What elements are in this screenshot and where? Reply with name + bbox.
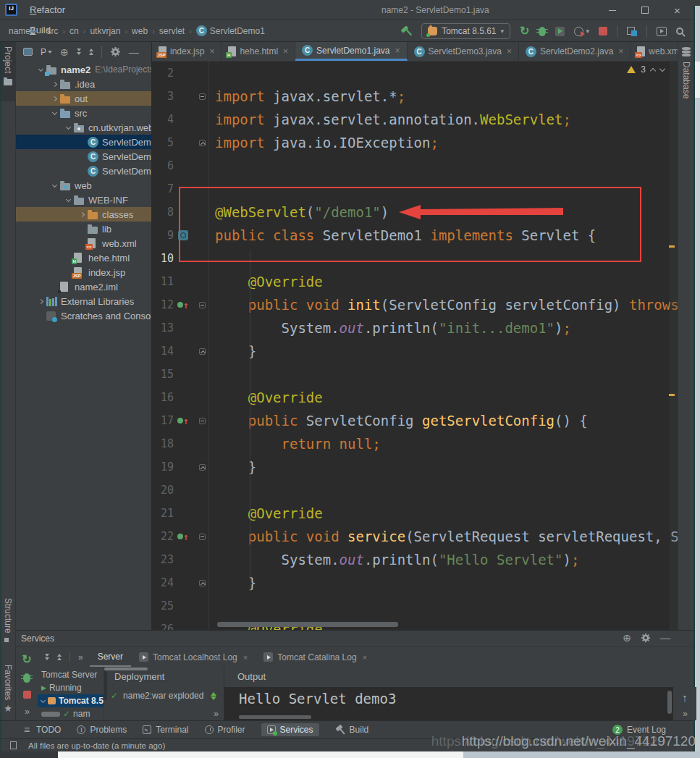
tool-window-stripe-database[interactable]: Database <box>681 62 691 98</box>
tool-window-button[interactable] <box>657 27 667 36</box>
tree-item-out[interactable]: out <box>16 91 151 106</box>
fold-marker-icon[interactable] <box>199 534 206 540</box>
sync-icon[interactable] <box>211 692 216 700</box>
tree-item-tomcat-server[interactable]: Tomcat Server <box>38 668 104 681</box>
chevron-right-icon[interactable] <box>51 81 56 86</box>
chevron-right-icon[interactable] <box>38 298 43 303</box>
tool-window-stripe-favorites[interactable]: Favorites ★ <box>0 665 16 714</box>
gear-icon[interactable] <box>110 46 121 57</box>
tree-item-servletdemo1[interactable]: CServletDemo1 <box>16 135 151 149</box>
chevron-down-icon[interactable] <box>65 196 70 201</box>
tree-item-idea[interactable]: .idea <box>16 77 151 91</box>
console-horizontal-scrollbar[interactable] <box>239 715 311 719</box>
toolwindow-button-services[interactable]: Services <box>261 723 319 736</box>
override-gutter-icon[interactable] <box>177 416 189 426</box>
tree-item-src[interactable]: src <box>16 106 151 120</box>
minimize-button[interactable] <box>596 0 628 20</box>
close-icon[interactable]: × <box>395 46 400 56</box>
editor-scrollbar[interactable] <box>670 62 678 630</box>
scroll-to-top-icon[interactable]: ↑ <box>682 691 688 704</box>
breadcrumb-name2[interactable]: name2 <box>9 26 35 36</box>
tree-item-tomcat-node[interactable]: Tomcat 8.5 <box>38 694 104 707</box>
gear-icon[interactable] <box>641 633 651 643</box>
fold-marker-icon[interactable] <box>199 348 206 355</box>
stop-button[interactable] <box>599 27 607 35</box>
tree-item-external-libraries[interactable]: External Libraries <box>16 294 151 308</box>
rerun-server-button[interactable]: ↻ <box>22 654 31 665</box>
collapse-all-icon[interactable] <box>57 654 62 660</box>
tree-item-running[interactable]: ▶Running <box>38 681 104 694</box>
stop-server-button[interactable] <box>23 691 31 699</box>
breadcrumb-src[interactable]: src <box>46 26 58 36</box>
column-resize-handle[interactable] <box>104 668 148 670</box>
tree-item-scratches-and-consoles[interactable]: Scratches and Consoles <box>16 308 151 323</box>
breadcrumb-servlet[interactable]: servlet <box>159 26 185 36</box>
chevron-down-icon[interactable] <box>51 109 56 114</box>
toolwindow-button-build[interactable]: Build <box>335 725 369 735</box>
editor-horizontal-scrollbar[interactable] <box>217 622 398 627</box>
select-opened-file-icon[interactable]: ⊕ <box>60 47 69 57</box>
more-options-icon[interactable]: » <box>78 652 83 662</box>
tool-window-stripe-project[interactable]: Project <box>0 42 16 101</box>
console-scrollbar[interactable] <box>667 691 672 714</box>
tree-item-hehe-html[interactable]: Hhehe.html <box>16 250 151 265</box>
tree-item-cn-utkvrjan-web-servlet[interactable]: cn.utkvrjan.web.servlet <box>16 120 151 135</box>
tab-servletdemo1-java[interactable]: CServletDemo1.java× <box>295 42 407 61</box>
tab-servletdemo3-java[interactable]: CServletDemo3.java× <box>408 42 519 61</box>
tree-item-web-xml[interactable]: <>web.xml <box>16 236 151 250</box>
tool-window-stripe-structure[interactable]: Structure <box>0 598 16 645</box>
fold-marker-icon[interactable] <box>199 464 206 471</box>
chevron-down-icon[interactable] <box>41 697 46 702</box>
tree-item-name2-iml[interactable]: name2.iml <box>16 279 151 294</box>
close-button[interactable]: × <box>661 0 693 20</box>
debug-server-button[interactable] <box>23 673 30 683</box>
warning-stripe-mark[interactable] <box>669 394 675 396</box>
close-icon[interactable]: × <box>363 653 367 662</box>
fold-marker-icon[interactable] <box>199 140 206 146</box>
project-view-selector[interactable]: P <box>41 47 52 57</box>
warning-stripe-mark[interactable] <box>669 245 675 248</box>
more-options-icon[interactable]: » <box>214 709 218 719</box>
chevron-right-icon[interactable] <box>79 211 84 216</box>
tree-item-lib[interactable]: lib <box>16 222 151 236</box>
toolwindow-button-profiler[interactable]: Profiler <box>205 725 245 735</box>
override-gutter-icon[interactable] <box>177 532 189 542</box>
breadcrumb-servletdemo1[interactable]: CServletDemo1 <box>196 25 265 36</box>
expand-all-icon[interactable] <box>45 654 49 660</box>
breadcrumb-utkvrjan[interactable]: utkvrjan <box>90 26 120 36</box>
inspection-widget[interactable]: 3 <box>627 64 665 75</box>
services-tab-tomcat-catalina-log[interactable]: Tomcat Catalina Log× <box>256 647 375 667</box>
services-tab-tomcat-localhost-log[interactable]: Tomcat Localhost Log× <box>131 647 256 667</box>
build-hammer-icon[interactable] <box>401 26 412 36</box>
hide-panel-icon[interactable]: — <box>660 632 670 644</box>
debug-button[interactable] <box>539 27 546 36</box>
fold-marker-icon[interactable] <box>199 302 206 308</box>
more-options-icon[interactable]: » <box>25 707 29 717</box>
chevron-down-icon[interactable] <box>38 66 43 71</box>
project-view-icon[interactable] <box>23 48 33 56</box>
breadcrumb-cn[interactable]: cn <box>69 26 79 36</box>
close-icon[interactable]: × <box>618 46 623 56</box>
tree-item-index-jsp[interactable]: JSPindex.jsp <box>16 265 151 279</box>
toolwindow-button-problems[interactable]: Problems <box>77 725 127 735</box>
menu-refactor[interactable]: Refactor <box>23 0 73 20</box>
collapse-all-icon[interactable] <box>89 49 93 55</box>
fold-marker-icon[interactable] <box>199 93 206 100</box>
toolwindow-button-terminal[interactable]: Terminal <box>143 725 188 735</box>
tree-item-name2[interactable]: name2E:\IdeaProjects\name2 <box>16 62 151 77</box>
override-gutter-icon[interactable] <box>177 300 189 310</box>
tab-index-jsp[interactable]: JSPindex.jsp× <box>152 42 222 61</box>
next-warning-icon[interactable] <box>659 66 665 72</box>
expand-all-icon[interactable] <box>77 49 81 55</box>
close-icon[interactable]: × <box>507 46 512 56</box>
breadcrumb-web[interactable]: web <box>132 26 148 36</box>
tab-hehe-html[interactable]: Hhehe.html× <box>222 42 295 61</box>
chevron-down-icon[interactable] <box>65 124 70 129</box>
chevron-down-icon[interactable] <box>51 182 56 187</box>
chevron-right-icon[interactable] <box>51 96 56 101</box>
search-everywhere-button[interactable] <box>676 28 683 35</box>
tree-item-web[interactable]: web <box>16 178 151 193</box>
fold-marker-icon[interactable] <box>199 418 206 424</box>
profiler-button[interactable] <box>574 27 583 36</box>
tree-item-classes[interactable]: classes <box>16 207 151 222</box>
